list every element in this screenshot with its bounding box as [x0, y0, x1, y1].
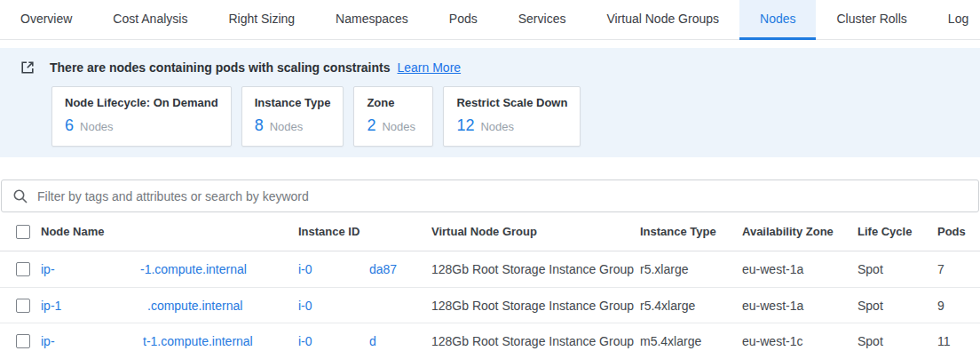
- card-title: Zone: [367, 96, 420, 109]
- tab-cluster-rolls[interactable]: Cluster Rolls: [816, 0, 927, 40]
- tab-namespaces[interactable]: Namespaces: [315, 0, 429, 40]
- virtual-node-group-cell: 128Gb Root Storage Instance Group: [431, 262, 640, 276]
- virtual-node-group-cell: 128Gb Root Storage Instance Group: [431, 334, 640, 348]
- card-restrict-scale-down[interactable]: Restrict Scale Down 12 Nodes: [443, 86, 581, 147]
- instance-id-redacted-prefix: i-0: [298, 334, 369, 348]
- card-instance-type[interactable]: Instance Type 8 Nodes: [241, 86, 344, 147]
- card-count: 6: [65, 116, 74, 135]
- nodes-table: Node Name Instance ID Virtual Node Group…: [0, 212, 980, 358]
- search-input[interactable]: [37, 189, 968, 203]
- tab-nodes[interactable]: Nodes: [739, 0, 816, 40]
- card-zone[interactable]: Zone 2 Nodes: [353, 86, 433, 147]
- column-header-instance-id: Instance ID: [298, 225, 431, 238]
- node-name-redacted-prefix: ip-1: [41, 299, 147, 313]
- availability-zone-cell: eu-west-1a: [742, 262, 858, 276]
- node-name-link[interactable]: ip-1.compute.internal: [41, 299, 298, 313]
- life-cycle-cell: Spot: [858, 334, 937, 348]
- pods-cell: 7: [937, 262, 980, 276]
- column-header-virtual-node-group: Virtual Node Group: [431, 225, 640, 238]
- tab-pods[interactable]: Pods: [429, 0, 498, 40]
- search-icon: [12, 188, 28, 204]
- pods-cell: 9: [937, 299, 980, 313]
- table-header-row: Node Name Instance ID Virtual Node Group…: [0, 212, 980, 251]
- column-header-instance-type: Instance Type: [640, 225, 742, 238]
- cluster-tab-bar: Overview Cost Analysis Right Sizing Name…: [0, 0, 980, 40]
- column-header-pods: Pods: [937, 225, 980, 238]
- banner-message-text: There are nodes containing pods with sca…: [50, 60, 391, 75]
- instance-type-cell: r5.4xlarge: [640, 299, 742, 313]
- card-title: Restrict Scale Down: [456, 96, 567, 109]
- banner-message: There are nodes containing pods with sca…: [50, 60, 461, 76]
- node-name-suffix: -1.compute.internal: [140, 262, 247, 276]
- card-count: 12: [456, 116, 474, 135]
- scaling-constraints-banner: There are nodes containing pods with sca…: [0, 48, 980, 157]
- tab-cost-analysis[interactable]: Cost Analysis: [92, 0, 208, 40]
- pods-cell: 11: [937, 334, 980, 348]
- instance-id-redacted-prefix: i-0: [298, 299, 369, 313]
- card-count: 8: [255, 116, 264, 135]
- tab-services[interactable]: Services: [498, 0, 587, 40]
- filter-search-bar: [1, 180, 979, 212]
- instance-id-link[interactable]: i-0: [298, 299, 431, 313]
- row-checkbox[interactable]: [16, 299, 30, 313]
- instance-id-suffix: d: [369, 334, 376, 348]
- table-row: ip-1.compute.internal i-0 128Gb Root Sto…: [0, 287, 980, 323]
- availability-zone-cell: eu-west-1c: [742, 334, 858, 348]
- constraint-summary-cards: Node Lifecycle: On Demand 6 Nodes Instan…: [51, 86, 980, 147]
- virtual-node-group-cell: 128Gb Root Storage Instance Group: [431, 299, 640, 313]
- card-unit: Nodes: [270, 120, 304, 133]
- select-all-checkbox[interactable]: [16, 225, 30, 239]
- tab-right-sizing[interactable]: Right Sizing: [208, 0, 315, 40]
- learn-more-link[interactable]: Learn More: [398, 60, 462, 75]
- instance-id-link[interactable]: i-0d: [298, 334, 431, 348]
- row-checkbox[interactable]: [16, 334, 30, 348]
- node-name-link[interactable]: ip--1.compute.internal: [41, 262, 298, 276]
- table-row: ip--1.compute.internal i-0da87 128Gb Roo…: [0, 251, 980, 287]
- availability-zone-cell: eu-west-1a: [742, 299, 858, 313]
- column-header-availability-zone: Availability Zone: [742, 225, 858, 238]
- column-header-node-name: Node Name: [41, 225, 298, 238]
- instance-id-suffix: da87: [369, 262, 397, 276]
- node-name-suffix: .compute.internal: [147, 299, 242, 313]
- instance-id-link[interactable]: i-0da87: [298, 262, 431, 276]
- card-title: Instance Type: [255, 96, 331, 109]
- card-unit: Nodes: [382, 120, 415, 133]
- column-header-life-cycle: Life Cycle: [858, 225, 937, 238]
- node-name-suffix: t-1.compute.internal: [143, 334, 253, 348]
- instance-id-redacted-prefix: i-0: [298, 262, 369, 276]
- tab-virtual-node-groups[interactable]: Virtual Node Groups: [586, 0, 739, 40]
- table-row: ip-t-1.compute.internal i-0d 128Gb Root …: [0, 323, 980, 358]
- card-unit: Nodes: [80, 120, 114, 133]
- node-name-redacted-prefix: ip-: [41, 262, 140, 276]
- node-name-link[interactable]: ip-t-1.compute.internal: [41, 334, 298, 348]
- card-node-lifecycle-on-demand[interactable]: Node Lifecycle: On Demand 6 Nodes: [51, 86, 232, 147]
- card-unit: Nodes: [480, 120, 514, 133]
- external-link-icon: [20, 60, 36, 76]
- card-title: Node Lifecycle: On Demand: [65, 96, 218, 109]
- tab-log[interactable]: Log: [928, 0, 980, 40]
- node-name-redacted-prefix: ip-: [41, 334, 143, 348]
- card-count: 2: [367, 116, 375, 135]
- life-cycle-cell: Spot: [858, 299, 937, 313]
- instance-type-cell: m5.4xlarge: [640, 334, 742, 348]
- row-checkbox[interactable]: [16, 262, 30, 276]
- life-cycle-cell: Spot: [858, 262, 937, 276]
- tab-overview[interactable]: Overview: [0, 0, 92, 40]
- instance-type-cell: r5.xlarge: [640, 262, 742, 276]
